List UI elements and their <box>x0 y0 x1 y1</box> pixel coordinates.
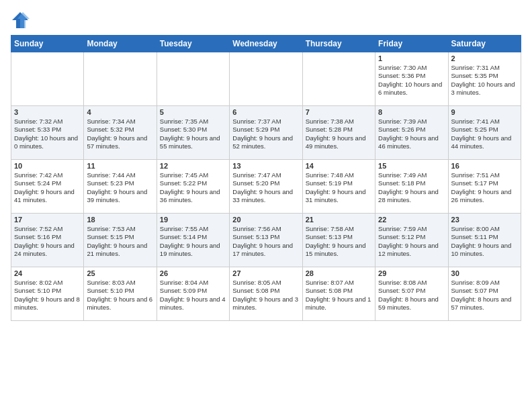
calendar-cell: 4Sunrise: 7:34 AMSunset: 5:32 PMDaylight… <box>84 106 157 160</box>
calendar-cell: 10Sunrise: 7:42 AMSunset: 5:24 PMDayligh… <box>11 160 84 214</box>
day-number: 24 <box>14 269 81 277</box>
calendar-cell: 20Sunrise: 7:56 AMSunset: 5:13 PMDayligh… <box>230 214 302 267</box>
day-info: Daylight: 9 hours and 19 minutes. <box>160 242 226 259</box>
day-info: Sunset: 5:26 PM <box>378 126 445 134</box>
calendar-cell: 26Sunrise: 8:04 AMSunset: 5:09 PMDayligh… <box>157 267 229 321</box>
calendar-header-row: SundayMondayTuesdayWednesdayThursdayFrid… <box>11 36 521 52</box>
day-info: Sunrise: 7:34 AM <box>87 118 153 126</box>
day-info: Daylight: 9 hours and 46 minutes. <box>378 134 445 151</box>
day-number: 26 <box>160 269 226 277</box>
day-number: 28 <box>306 269 372 277</box>
day-info: Daylight: 9 hours and 3 minutes. <box>232 295 299 312</box>
calendar-week-5: 24Sunrise: 8:02 AMSunset: 5:10 PMDayligh… <box>11 267 521 321</box>
day-info: Sunrise: 7:52 AM <box>14 225 81 233</box>
calendar-cell: 27Sunrise: 8:05 AMSunset: 5:08 PMDayligh… <box>230 267 302 321</box>
calendar-header-wednesday: Wednesday <box>230 36 302 52</box>
day-info: Sunset: 5:16 PM <box>14 233 81 241</box>
day-number: 5 <box>160 108 226 116</box>
day-number: 7 <box>306 108 372 116</box>
calendar-cell: 22Sunrise: 7:59 AMSunset: 5:12 PMDayligh… <box>375 214 448 267</box>
calendar-cell: 8Sunrise: 7:39 AMSunset: 5:26 PMDaylight… <box>375 106 448 160</box>
day-info: Daylight: 10 hours and 6 minutes. <box>378 81 445 97</box>
day-info: Sunset: 5:14 PM <box>160 233 226 241</box>
calendar-cell: 19Sunrise: 7:55 AMSunset: 5:14 PMDayligh… <box>157 214 229 267</box>
calendar-cell: 14Sunrise: 7:48 AMSunset: 5:19 PMDayligh… <box>302 160 375 214</box>
day-info: Daylight: 8 hours and 57 minutes. <box>451 295 518 312</box>
calendar-cell: 3Sunrise: 7:32 AMSunset: 5:33 PMDaylight… <box>11 106 84 160</box>
day-info: Sunrise: 8:08 AM <box>378 279 445 287</box>
calendar-cell: 23Sunrise: 8:00 AMSunset: 5:11 PMDayligh… <box>448 214 521 267</box>
day-info: Sunset: 5:20 PM <box>232 179 299 187</box>
day-number: 20 <box>232 216 299 224</box>
day-info: Sunrise: 7:44 AM <box>87 171 153 179</box>
day-number: 22 <box>378 216 445 224</box>
day-info: Sunrise: 7:58 AM <box>306 225 372 233</box>
day-info: Sunrise: 7:39 AM <box>378 118 445 126</box>
day-info: Daylight: 9 hours and 28 minutes. <box>378 188 445 205</box>
day-info: Daylight: 10 hours and 0 minutes. <box>14 134 81 151</box>
calendar-cell: 6Sunrise: 7:37 AMSunset: 5:29 PMDaylight… <box>230 106 302 160</box>
day-info: Sunrise: 7:41 AM <box>451 118 518 126</box>
day-info: Daylight: 9 hours and 10 minutes. <box>451 242 518 259</box>
day-info: Daylight: 9 hours and 6 minutes. <box>87 295 153 312</box>
day-info: Sunrise: 8:04 AM <box>160 279 226 287</box>
day-number: 25 <box>87 269 153 277</box>
day-info: Sunrise: 7:37 AM <box>232 118 299 126</box>
day-number: 30 <box>451 269 518 277</box>
day-info: Sunset: 5:15 PM <box>87 233 153 241</box>
day-info: Sunset: 5:07 PM <box>451 287 518 295</box>
calendar-cell: 2Sunrise: 7:31 AMSunset: 5:35 PMDaylight… <box>448 52 521 106</box>
day-info: Daylight: 9 hours and 49 minutes. <box>306 134 372 151</box>
day-info: Daylight: 9 hours and 4 minutes. <box>160 295 226 312</box>
calendar-cell: 30Sunrise: 8:09 AMSunset: 5:07 PMDayligh… <box>448 267 521 321</box>
calendar-week-1: 1Sunrise: 7:30 AMSunset: 5:36 PMDaylight… <box>11 52 521 106</box>
day-info: Daylight: 9 hours and 44 minutes. <box>451 134 518 151</box>
day-number: 8 <box>378 108 445 116</box>
day-info: Daylight: 9 hours and 26 minutes. <box>451 188 518 205</box>
calendar-cell: 24Sunrise: 8:02 AMSunset: 5:10 PMDayligh… <box>11 267 84 321</box>
calendar-cell: 5Sunrise: 7:35 AMSunset: 5:30 PMDaylight… <box>157 106 229 160</box>
calendar-cell: 21Sunrise: 7:58 AMSunset: 5:13 PMDayligh… <box>302 214 375 267</box>
calendar-cell: 1Sunrise: 7:30 AMSunset: 5:36 PMDaylight… <box>375 52 448 106</box>
day-info: Daylight: 9 hours and 8 minutes. <box>14 295 81 312</box>
day-info: Sunrise: 7:35 AM <box>160 118 226 126</box>
day-info: Sunrise: 7:55 AM <box>160 225 226 233</box>
day-info: Sunset: 5:32 PM <box>87 126 153 134</box>
day-info: Sunrise: 7:53 AM <box>87 225 153 233</box>
day-info: Daylight: 9 hours and 41 minutes. <box>14 188 81 205</box>
day-number: 29 <box>378 269 445 277</box>
day-number: 3 <box>14 108 81 116</box>
calendar-cell: 9Sunrise: 7:41 AMSunset: 5:25 PMDaylight… <box>448 106 521 160</box>
day-info: Sunrise: 7:48 AM <box>306 171 372 179</box>
day-info: Sunset: 5:23 PM <box>87 179 153 187</box>
day-info: Sunset: 5:13 PM <box>232 233 299 241</box>
day-info: Sunrise: 8:07 AM <box>306 279 372 287</box>
day-info: Daylight: 9 hours and 24 minutes. <box>14 242 81 259</box>
day-info: Daylight: 8 hours and 59 minutes. <box>378 295 445 312</box>
day-info: Sunset: 5:33 PM <box>14 126 81 134</box>
calendar-cell <box>230 52 302 106</box>
day-info: Sunset: 5:09 PM <box>160 287 226 295</box>
day-number: 13 <box>232 162 299 170</box>
day-info: Sunrise: 7:30 AM <box>378 64 445 72</box>
day-info: Sunset: 5:30 PM <box>160 126 226 134</box>
day-info: Sunset: 5:18 PM <box>378 179 445 187</box>
day-number: 10 <box>14 162 81 170</box>
day-info: Sunset: 5:08 PM <box>232 287 299 295</box>
calendar-header-monday: Monday <box>84 36 157 52</box>
calendar-cell: 11Sunrise: 7:44 AMSunset: 5:23 PMDayligh… <box>84 160 157 214</box>
day-number: 15 <box>378 162 445 170</box>
day-info: Daylight: 9 hours and 1 minute. <box>306 295 372 312</box>
day-info: Sunrise: 8:09 AM <box>451 279 518 287</box>
calendar-cell <box>11 52 84 106</box>
day-number: 18 <box>87 216 153 224</box>
logo-icon <box>11 11 30 30</box>
day-info: Daylight: 9 hours and 17 minutes. <box>232 242 299 259</box>
calendar-header-saturday: Saturday <box>448 36 521 52</box>
calendar-cell: 18Sunrise: 7:53 AMSunset: 5:15 PMDayligh… <box>84 214 157 267</box>
day-number: 11 <box>87 162 153 170</box>
day-info: Sunset: 5:35 PM <box>451 72 518 80</box>
day-info: Sunset: 5:19 PM <box>306 179 372 187</box>
day-info: Sunrise: 8:00 AM <box>451 225 518 233</box>
calendar-cell: 25Sunrise: 8:03 AMSunset: 5:10 PMDayligh… <box>84 267 157 321</box>
